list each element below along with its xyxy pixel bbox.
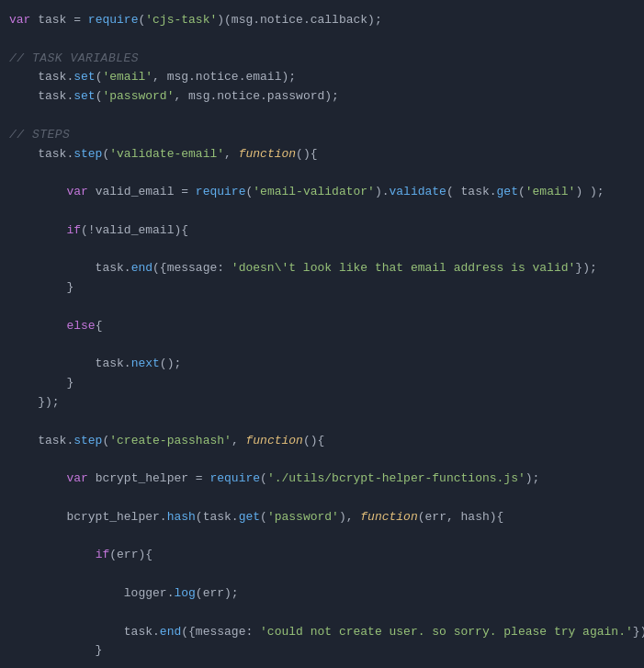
code-line [0, 450, 644, 470]
code-line: task.next(); [0, 355, 644, 374]
code-line [0, 489, 644, 508]
code-line: } [0, 641, 644, 661]
code-line [0, 413, 644, 432]
code-line [0, 661, 644, 668]
code-line: task.set('password', msg.notice.password… [0, 87, 644, 107]
code-line [0, 107, 644, 126]
code-line: task.step('validate-email', function(){ [0, 145, 644, 164]
code-line: task.step('create-passhash', function(){ [0, 432, 644, 451]
code-line [0, 202, 644, 221]
code-line: }); [0, 393, 644, 413]
code-line [0, 298, 644, 317]
code-line: var bcrypt_helper = require('./utils/bcr… [0, 470, 644, 489]
code-line: task.end({message: 'could not create use… [0, 623, 644, 642]
code-line: task.end({message: 'doesn\'t look like t… [0, 259, 644, 278]
code-line [0, 241, 644, 260]
code-line: bcrypt_helper.hash(task.get('password'),… [0, 508, 644, 527]
code-editor: var task = require('cjs-task')(msg.notic… [0, 0, 644, 668]
code-line: else{ [0, 317, 644, 336]
code-line: // TASK VARIABLES [0, 50, 644, 69]
code-line [0, 336, 644, 356]
code-line: task.set('email', msg.notice.email); [0, 68, 644, 87]
code-line [0, 30, 644, 50]
code-line: var task = require('cjs-task')(msg.notic… [0, 11, 644, 30]
code-line: if(!valid_email){ [0, 221, 644, 241]
code-line: // STEPS [0, 126, 644, 145]
code-line [0, 164, 644, 183]
code-line [0, 604, 644, 623]
code-line: } [0, 278, 644, 298]
code-line [0, 527, 644, 547]
code-line [0, 565, 644, 584]
code-line: logger.log(err); [0, 584, 644, 604]
code-line: var valid_email = require('email-validat… [0, 183, 644, 202]
code-line: if(err){ [0, 546, 644, 565]
code-line: } [0, 374, 644, 393]
